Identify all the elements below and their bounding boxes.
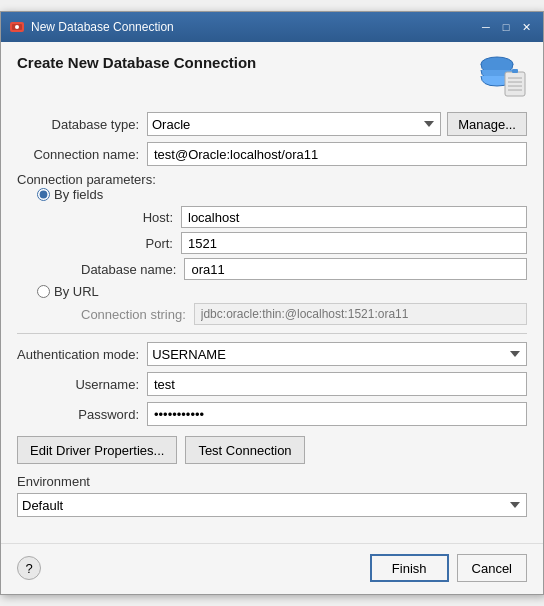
password-input[interactable]	[147, 402, 527, 426]
svg-rect-4	[505, 72, 525, 96]
dialog-window: New Database Connection ─ □ ✕ Create New…	[0, 11, 544, 595]
by-url-label[interactable]: By URL	[54, 284, 99, 299]
svg-rect-9	[512, 69, 518, 73]
db-name-label: Database name:	[81, 262, 184, 277]
by-url-row: By URL	[37, 284, 527, 299]
divider	[17, 333, 527, 334]
test-connection-button[interactable]: Test Connection	[185, 436, 304, 464]
auth-mode-select[interactable]: USERNAME	[147, 342, 527, 366]
host-label: Host:	[81, 210, 181, 225]
connection-string-input[interactable]	[194, 303, 527, 325]
db-type-select[interactable]: Oracle	[147, 112, 441, 136]
connection-name-input[interactable]	[147, 142, 527, 166]
connection-params-section: Connection parameters: By fields Host: P…	[17, 172, 527, 325]
by-url-radio[interactable]	[37, 285, 50, 298]
connection-string-label: Connection string:	[81, 307, 194, 322]
password-label: Password:	[17, 407, 147, 422]
username-label: Username:	[17, 377, 147, 392]
db-type-row: Database type: Oracle Manage...	[17, 112, 527, 136]
port-row: Port:	[81, 232, 527, 254]
manage-button[interactable]: Manage...	[447, 112, 527, 136]
connection-name-label: Connection name:	[17, 147, 147, 162]
close-button[interactable]: ✕	[517, 18, 535, 36]
password-row: Password:	[17, 402, 527, 426]
environment-section: Environment Default	[17, 474, 527, 517]
main-content: Create New Database Connection Database …	[1, 42, 543, 533]
host-input[interactable]	[181, 206, 527, 228]
environment-select[interactable]: Default	[17, 493, 527, 517]
port-input[interactable]	[181, 232, 527, 254]
by-fields-label[interactable]: By fields	[54, 187, 103, 202]
db-name-input[interactable]	[184, 258, 527, 280]
window-title: New Database Connection	[31, 20, 174, 34]
action-buttons: Edit Driver Properties... Test Connectio…	[17, 436, 527, 464]
title-bar: New Database Connection ─ □ ✕	[1, 12, 543, 42]
username-row: Username:	[17, 372, 527, 396]
edit-driver-button[interactable]: Edit Driver Properties...	[17, 436, 177, 464]
title-bar-controls: ─ □ ✕	[477, 18, 535, 36]
dialog-header: Create New Database Connection	[17, 54, 527, 98]
footer-buttons: Finish Cancel	[370, 554, 527, 582]
environment-label: Environment	[17, 474, 527, 489]
radio-group: By fields Host: Port: Database name:	[37, 187, 527, 325]
connection-string-row: Connection string:	[81, 303, 527, 325]
finish-button[interactable]: Finish	[370, 554, 449, 582]
db-graphic-icon	[475, 54, 527, 98]
by-fields-row: By fields	[37, 187, 527, 202]
svg-point-2	[15, 25, 19, 29]
title-bar-left: New Database Connection	[9, 19, 174, 35]
help-button[interactable]: ?	[17, 556, 41, 580]
auth-mode-row: Authentication mode: USERNAME	[17, 342, 527, 366]
dialog-footer: ? Finish Cancel	[1, 543, 543, 594]
host-row: Host:	[81, 206, 527, 228]
app-icon	[9, 19, 25, 35]
connection-params-label: Connection parameters:	[17, 172, 156, 187]
minimize-button[interactable]: ─	[477, 18, 495, 36]
connection-name-row: Connection name:	[17, 142, 527, 166]
maximize-button[interactable]: □	[497, 18, 515, 36]
dialog-title: Create New Database Connection	[17, 54, 256, 71]
fields-group: Host: Port: Database name:	[81, 206, 527, 280]
db-name-row: Database name:	[81, 258, 527, 280]
cancel-button[interactable]: Cancel	[457, 554, 527, 582]
db-type-label: Database type:	[17, 117, 147, 132]
port-label: Port:	[81, 236, 181, 251]
username-input[interactable]	[147, 372, 527, 396]
by-fields-radio[interactable]	[37, 188, 50, 201]
auth-mode-label: Authentication mode:	[17, 347, 147, 362]
